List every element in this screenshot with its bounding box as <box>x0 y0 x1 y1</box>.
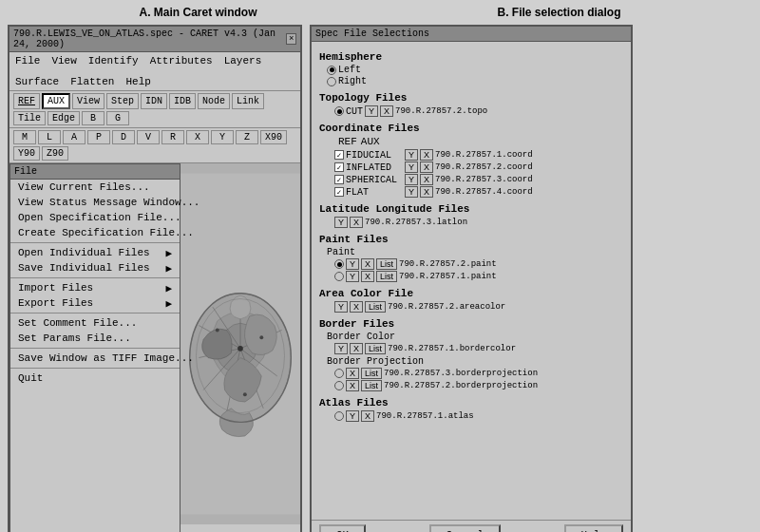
border-color-row: Y X List 790.R.27857.1.bordercolor <box>334 343 623 354</box>
coord-fiducial-y[interactable]: Y <box>405 149 418 161</box>
btn-x[interactable]: X <box>186 130 209 144</box>
dropdown-create-spec[interactable]: Create Specification File... <box>10 225 180 240</box>
svg-point-14 <box>243 392 247 396</box>
dropdown-save-tiff[interactable]: Save Window as TIFF Image... <box>10 351 180 366</box>
btn-l[interactable]: L <box>38 130 61 144</box>
border-proj-x-1[interactable]: X <box>346 368 359 379</box>
btn-y90[interactable]: Y90 <box>13 146 40 161</box>
btn-ref[interactable]: REF <box>13 93 40 109</box>
paint-x-2[interactable]: X <box>361 271 374 282</box>
btn-x90[interactable]: X90 <box>260 130 287 144</box>
menu-flatten[interactable]: Flatten <box>68 75 116 88</box>
btn-r[interactable]: R <box>162 130 184 144</box>
area-list-btn[interactable]: List <box>365 301 386 313</box>
topology-y-btn[interactable]: Y <box>365 105 378 117</box>
coord-spherical-x[interactable]: X <box>420 174 433 185</box>
dropdown-view-status[interactable]: View Status Message Window... <box>10 195 180 210</box>
btn-z90[interactable]: Z90 <box>42 146 68 161</box>
coord-inflated-y[interactable]: Y <box>405 162 418 173</box>
atlas-x-btn[interactable]: X <box>361 410 374 422</box>
paint-list-1[interactable]: List <box>376 258 397 270</box>
topology-cut-radio[interactable] <box>334 106 344 116</box>
dropdown-import[interactable]: Import Files ▶ <box>10 280 180 295</box>
area-y-btn[interactable]: Y <box>334 301 348 313</box>
area-x-btn[interactable]: X <box>350 301 363 313</box>
btn-step[interactable]: Step <box>106 93 139 109</box>
dropdown-set-params[interactable]: Set Params File... <box>10 331 180 346</box>
menu-help[interactable]: Help <box>124 75 152 88</box>
paint-radio-1[interactable] <box>334 259 344 269</box>
coord-fiducial-check[interactable] <box>334 150 344 160</box>
border-proj-list-2[interactable]: List <box>361 380 382 391</box>
btn-tile[interactable]: Tile <box>13 111 46 125</box>
annotation-bar: A. Main Caret window B. File selection d… <box>0 0 760 25</box>
paint-x-1[interactable]: X <box>361 258 374 270</box>
paint-radio-2[interactable] <box>334 272 344 281</box>
svg-point-11 <box>238 346 243 352</box>
border-proj-radio-2[interactable] <box>334 381 344 390</box>
dropdown-view-current[interactable]: View Current Files... <box>10 180 180 195</box>
coord-flat-y[interactable]: Y <box>405 186 418 198</box>
hemisphere-left-radio[interactable] <box>327 66 336 75</box>
topology-x-btn[interactable]: X <box>380 105 393 117</box>
btn-idn[interactable]: IDN <box>141 93 167 109</box>
coord-spherical-check[interactable] <box>334 175 344 184</box>
btn-y[interactable]: Y <box>211 130 234 144</box>
caret-title-text: 790.R.LEWIS_VE_ON_ATLAS.spec - CARET v4.… <box>13 28 286 49</box>
coord-inflated-x[interactable]: X <box>420 162 433 173</box>
btn-link[interactable]: Link <box>232 93 264 109</box>
dropdown-export[interactable]: Export Files ▶ <box>10 295 180 311</box>
help-button[interactable]: Help <box>564 524 623 532</box>
btn-node[interactable]: Node <box>198 93 230 109</box>
btn-v[interactable]: V <box>137 130 160 144</box>
border-color-list[interactable]: List <box>365 343 386 354</box>
border-proj-x-2[interactable]: X <box>346 380 359 391</box>
btn-edge[interactable]: Edge <box>48 111 80 125</box>
btn-idb[interactable]: IDB <box>169 93 196 109</box>
coord-flat-check[interactable] <box>334 187 344 197</box>
menu-attributes[interactable]: Attributes <box>148 54 215 67</box>
menu-view[interactable]: View <box>49 54 78 67</box>
hemisphere-left-row: Left <box>327 65 623 75</box>
btn-b[interactable]: B <box>82 111 104 125</box>
coord-fiducial-x[interactable]: X <box>420 149 433 161</box>
menu-file[interactable]: File <box>13 54 42 67</box>
ok-button[interactable]: OK <box>319 524 366 532</box>
btn-p[interactable]: P <box>87 130 110 144</box>
topology-cut-row: CUT Y X 790.R.27857.2.topo <box>334 105 623 117</box>
latlon-x-btn[interactable]: X <box>350 217 363 228</box>
paint-y-1[interactable]: Y <box>346 258 359 270</box>
coord-inflated-check[interactable] <box>334 162 344 172</box>
btn-view[interactable]: View <box>72 93 104 109</box>
latlon-y-btn[interactable]: Y <box>334 217 348 228</box>
menu-identify[interactable]: Identify <box>86 54 141 67</box>
dropdown-open-spec[interactable]: Open Specification File... <box>10 210 180 225</box>
dropdown-save-individual[interactable]: Save Individual Files ▶ <box>10 260 180 276</box>
menu-surface[interactable]: Surface <box>13 75 61 88</box>
btn-g[interactable]: G <box>106 111 129 125</box>
dropdown-open-individual[interactable]: Open Individual Files ▶ <box>10 245 180 260</box>
btn-m[interactable]: M <box>13 130 36 144</box>
atlas-y-btn[interactable]: Y <box>346 410 359 422</box>
coord-flat-x[interactable]: X <box>420 186 433 198</box>
atlas-radio[interactable] <box>334 411 344 421</box>
btn-aux[interactable]: AUX <box>42 93 70 109</box>
border-proj-radio-1[interactable] <box>334 369 344 378</box>
btn-z[interactable]: Z <box>236 130 258 144</box>
border-proj-list-1[interactable]: List <box>361 368 382 379</box>
hemisphere-header: Hemisphere <box>319 51 623 63</box>
paint-y-2[interactable]: Y <box>346 271 359 282</box>
close-button[interactable]: × <box>286 33 296 45</box>
paint-list-2[interactable]: List <box>376 271 397 282</box>
cancel-button[interactable]: Cancel <box>429 524 502 532</box>
btn-a[interactable]: A <box>63 130 86 144</box>
coord-spherical-y[interactable]: Y <box>405 174 418 185</box>
dropdown-set-comment[interactable]: Set Comment File... <box>10 315 180 331</box>
btn-d[interactable]: D <box>112 130 135 144</box>
menu-layers[interactable]: Layers <box>222 54 264 67</box>
hemisphere-right-radio[interactable] <box>327 77 336 86</box>
coord-spherical-path: 790.R.27857.3.coord <box>435 175 533 184</box>
border-color-y[interactable]: Y <box>334 343 348 354</box>
dropdown-quit[interactable]: Quit <box>10 370 180 386</box>
border-color-x[interactable]: X <box>350 343 363 354</box>
